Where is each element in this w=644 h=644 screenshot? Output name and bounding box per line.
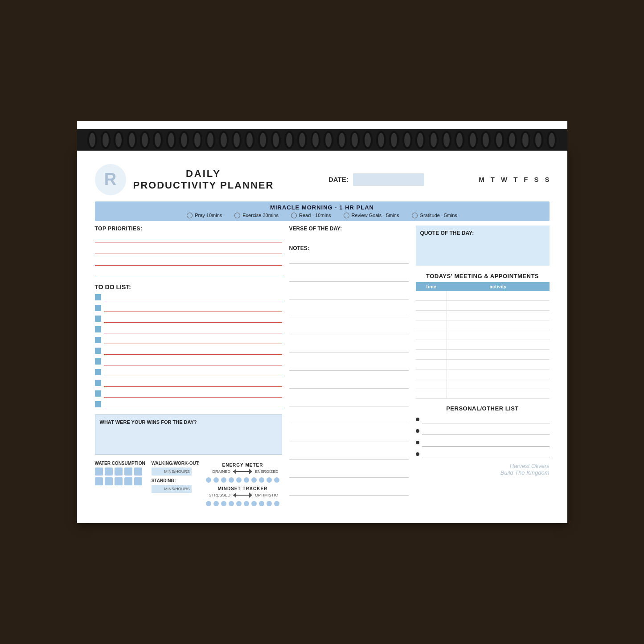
energy-dot[interactable] bbox=[259, 477, 264, 483]
priority-line-3[interactable] bbox=[95, 257, 282, 266]
water-drop[interactable] bbox=[134, 477, 142, 485]
meeting-activity[interactable] bbox=[447, 389, 550, 399]
todo-line[interactable] bbox=[104, 293, 282, 301]
miracle-checkbox[interactable] bbox=[187, 213, 193, 218]
todo-line[interactable] bbox=[104, 315, 282, 323]
personal-line[interactable] bbox=[422, 450, 550, 458]
todo-checkbox[interactable] bbox=[95, 358, 101, 365]
note-line[interactable] bbox=[289, 415, 409, 424]
note-line[interactable] bbox=[289, 487, 409, 496]
miracle-checkbox[interactable] bbox=[344, 213, 349, 218]
todo-checkbox[interactable] bbox=[95, 305, 101, 311]
mindset-dot[interactable] bbox=[229, 501, 234, 506]
todo-checkbox[interactable] bbox=[95, 401, 101, 407]
meeting-time[interactable] bbox=[416, 340, 447, 350]
mindset-dot[interactable] bbox=[236, 501, 242, 506]
miracle-checkbox[interactable] bbox=[412, 213, 418, 218]
energy-dot[interactable] bbox=[236, 477, 242, 483]
todo-checkbox[interactable] bbox=[95, 337, 101, 343]
note-line[interactable] bbox=[289, 451, 409, 460]
priority-line-4[interactable] bbox=[95, 268, 282, 277]
personal-line[interactable] bbox=[422, 427, 550, 435]
mindset-dot[interactable] bbox=[213, 501, 219, 506]
meeting-time[interactable] bbox=[416, 320, 447, 330]
meeting-activity[interactable] bbox=[447, 311, 550, 320]
mindset-dot[interactable] bbox=[251, 501, 257, 506]
note-line[interactable] bbox=[289, 469, 409, 478]
todo-checkbox[interactable] bbox=[95, 294, 101, 300]
mindset-dot[interactable] bbox=[206, 501, 211, 506]
meeting-activity[interactable] bbox=[447, 330, 550, 340]
miracle-checkbox[interactable] bbox=[291, 213, 297, 218]
todo-line[interactable] bbox=[104, 368, 282, 376]
note-line[interactable] bbox=[289, 308, 409, 317]
meeting-time[interactable] bbox=[416, 291, 447, 301]
meeting-time[interactable] bbox=[416, 389, 447, 399]
meeting-time[interactable] bbox=[416, 360, 447, 369]
note-line[interactable] bbox=[289, 362, 409, 371]
meeting-activity[interactable] bbox=[447, 379, 550, 389]
energy-dot[interactable] bbox=[206, 477, 211, 483]
mindset-dot[interactable] bbox=[267, 501, 272, 506]
water-drop[interactable] bbox=[105, 468, 113, 476]
todo-checkbox[interactable] bbox=[95, 316, 101, 322]
meeting-time[interactable] bbox=[416, 379, 447, 389]
note-line[interactable] bbox=[289, 273, 409, 282]
todo-line[interactable] bbox=[104, 390, 282, 398]
water-drop[interactable] bbox=[124, 468, 132, 476]
meeting-activity[interactable] bbox=[447, 291, 550, 301]
meeting-activity[interactable] bbox=[447, 350, 550, 360]
note-line[interactable] bbox=[289, 433, 409, 442]
water-drop[interactable] bbox=[115, 477, 123, 485]
meeting-activity[interactable] bbox=[447, 320, 550, 330]
energy-dot[interactable] bbox=[267, 477, 272, 483]
date-input[interactable] bbox=[353, 173, 424, 186]
meeting-time[interactable] bbox=[416, 301, 447, 311]
water-drop[interactable] bbox=[124, 477, 132, 485]
miracle-checkbox[interactable] bbox=[234, 213, 240, 218]
mindset-dot[interactable] bbox=[259, 501, 264, 506]
meeting-time[interactable] bbox=[416, 369, 447, 379]
wins-box[interactable]: WHAT WERE YOUR WINS FOR THE DAY? bbox=[95, 414, 282, 455]
meeting-activity[interactable] bbox=[447, 340, 550, 350]
todo-line[interactable] bbox=[104, 325, 282, 333]
todo-line[interactable] bbox=[104, 357, 282, 365]
water-drop[interactable] bbox=[95, 468, 103, 476]
note-line[interactable] bbox=[289, 380, 409, 389]
priority-line-1[interactable] bbox=[95, 234, 282, 242]
mindset-dot[interactable] bbox=[221, 501, 226, 506]
note-line[interactable] bbox=[289, 344, 409, 353]
standing-mins[interactable]: MINS/HOURS bbox=[152, 485, 192, 493]
energy-dot[interactable] bbox=[229, 477, 234, 483]
todo-line[interactable] bbox=[104, 304, 282, 312]
water-drop[interactable] bbox=[115, 468, 123, 476]
note-line[interactable] bbox=[289, 255, 409, 264]
meeting-activity[interactable] bbox=[447, 301, 550, 311]
quote-box[interactable]: QUOTE OF THE DAY: bbox=[416, 226, 550, 266]
energy-dot[interactable] bbox=[251, 477, 257, 483]
note-line[interactable] bbox=[289, 398, 409, 406]
mindset-dot[interactable] bbox=[274, 501, 279, 506]
todo-checkbox[interactable] bbox=[95, 369, 101, 375]
note-line[interactable] bbox=[289, 291, 409, 299]
energy-dot[interactable] bbox=[244, 477, 249, 483]
todo-checkbox[interactable] bbox=[95, 390, 101, 397]
energy-dot[interactable] bbox=[221, 477, 226, 483]
todo-checkbox[interactable] bbox=[95, 348, 101, 354]
walking-mins[interactable]: MINS/HOURS bbox=[152, 468, 192, 476]
meeting-activity[interactable] bbox=[447, 360, 550, 369]
personal-line[interactable] bbox=[422, 415, 550, 423]
todo-checkbox[interactable] bbox=[95, 380, 101, 386]
note-line[interactable] bbox=[289, 326, 409, 335]
meeting-time[interactable] bbox=[416, 311, 447, 320]
priority-line-2[interactable] bbox=[95, 245, 282, 254]
todo-line[interactable] bbox=[104, 379, 282, 387]
water-drop[interactable] bbox=[134, 468, 142, 476]
water-drop[interactable] bbox=[95, 477, 103, 485]
meeting-time[interactable] bbox=[416, 330, 447, 340]
todo-line[interactable] bbox=[104, 400, 282, 408]
water-drop[interactable] bbox=[105, 477, 113, 485]
todo-line[interactable] bbox=[104, 336, 282, 344]
todo-checkbox[interactable] bbox=[95, 326, 101, 332]
personal-line[interactable] bbox=[422, 439, 550, 447]
